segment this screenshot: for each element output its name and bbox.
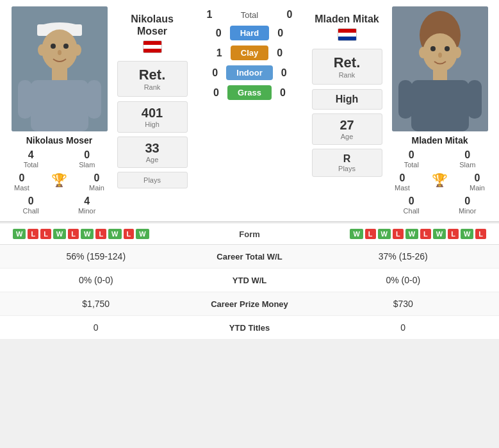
form-label: Form (218, 229, 282, 239)
right-total-val: 0 (409, 149, 414, 161)
stat-left-value: 0% (0-0) (13, 275, 179, 285)
svg-point-18 (430, 46, 436, 51)
stat-center-label: YTD Titles (179, 323, 320, 333)
right-main-stat: 0 Main (470, 172, 485, 192)
stat-center-label: Career Total W/L (179, 252, 320, 261)
left-stats-row3: 0 Chall 4 Minor (3, 195, 115, 215)
left-chall-stat: 0 Chall (23, 195, 39, 215)
form-badge-right: L (448, 229, 459, 239)
grass-left-score: 0 (205, 87, 227, 99)
stats-row: 0YTD Titles0 (0, 316, 499, 340)
left-minor-stat: 4 Minor (78, 195, 96, 215)
form-badge-right: L (475, 229, 486, 239)
left-mast-val: 0 (19, 172, 25, 184)
left-flag (143, 40, 162, 55)
form-badge-left: W (81, 229, 94, 239)
left-chall-val: 0 (28, 195, 34, 207)
right-plays-value: R (319, 153, 375, 165)
left-stats-row2: 0 Mast 🏆 0 Main (3, 172, 115, 192)
left-player-name-top: Nikolaus Moser (115, 13, 189, 37)
main-container: Nikolaus Moser 4 Total 0 Slam 0 Mast � (0, 0, 499, 340)
indoor-right-score: 0 (273, 67, 295, 79)
right-stats-row1: 0 Total 0 Slam (384, 149, 496, 169)
right-rank-box: Ret. Rank (312, 49, 382, 85)
right-player-panel: Mladen Mitak 0 Total 0 Slam 0 Mast 🏆 (384, 6, 496, 215)
left-trophy: 🏆 (51, 172, 67, 192)
right-high-value: High (319, 94, 375, 105)
form-badge-left: W (108, 229, 121, 239)
right-player-name: Mladen Mitak (412, 135, 468, 145)
svg-point-20 (438, 53, 442, 58)
stat-right-value: 0 (320, 322, 487, 333)
right-main-val: 0 (475, 172, 480, 184)
austria-flag-icon (143, 40, 162, 53)
center-comparison-panel: 1 Total 0 0 Hard 0 1 Clay 0 0 Indoor 0 (189, 6, 310, 215)
hard-left-score: 0 (208, 28, 230, 39)
players-section: Nikolaus Moser 4 Total 0 Slam 0 Mast � (0, 0, 499, 222)
stats-row: 56% (159-124)Career Total W/L37% (15-26) (0, 245, 499, 269)
left-minor-lbl: Minor (78, 207, 96, 215)
left-total-val: 4 (28, 149, 34, 161)
grass-right-score: 0 (272, 87, 294, 99)
right-chall-val: 0 (409, 195, 414, 207)
left-high-label: High (124, 120, 181, 128)
right-total-stat: 0 Total (404, 149, 419, 169)
stat-left-value: 56% (159-124) (13, 251, 179, 261)
indoor-row: 0 Indoor 0 (192, 65, 307, 80)
form-badge-right: W (405, 229, 418, 239)
form-badge-right: W (433, 229, 446, 239)
right-slam-lbl: Slam (459, 161, 475, 169)
stat-left-value: $1,750 (13, 299, 179, 309)
left-main-val: 0 (94, 172, 100, 184)
stat-left-value: 0 (13, 322, 179, 333)
right-flag (338, 28, 357, 43)
right-form-badges: WLWLWLWLWL (282, 229, 493, 239)
right-trophy: 🏆 (432, 172, 448, 192)
right-age-value: 27 (319, 118, 375, 133)
stat-right-value: 37% (15-26) (320, 251, 487, 261)
left-total-lbl: Total (24, 161, 38, 169)
left-slam-stat: 0 Slam (79, 149, 95, 169)
svg-point-6 (51, 44, 56, 49)
svg-rect-9 (52, 68, 67, 81)
stats-table: 56% (159-124)Career Total W/L37% (15-26)… (0, 245, 499, 340)
svg-point-19 (445, 46, 450, 51)
right-rank-label: Rank (322, 71, 372, 79)
right-total-lbl: Total (404, 161, 419, 169)
form-badge-right: W (461, 229, 473, 239)
croatia-flag-icon (338, 28, 357, 41)
left-mast-lbl: Mast (14, 184, 29, 192)
left-rank-value: Ret. (127, 67, 177, 83)
left-main-stat: 0 Main (89, 172, 104, 192)
right-age-label: Age (319, 133, 375, 140)
left-age-box: 33 Age (117, 137, 188, 168)
form-badge-left: W (53, 229, 66, 239)
left-high-value: 401 (124, 106, 181, 120)
total-row: 1 Total 0 (192, 9, 307, 21)
form-badge-left: L (124, 229, 135, 239)
svg-rect-23 (398, 80, 413, 119)
right-player-photo (392, 6, 488, 131)
right-minor-stat: 0 Minor (459, 195, 477, 215)
svg-rect-22 (411, 80, 469, 131)
clay-left-score: 1 (208, 47, 231, 59)
form-badge-right: L (393, 229, 404, 239)
total-label: Total (221, 10, 279, 20)
left-age-value: 33 (124, 141, 181, 156)
trophy-icon-left: 🏆 (51, 172, 67, 188)
trophy-icon-right: 🏆 (432, 172, 448, 188)
right-slam-stat: 0 Slam (459, 149, 475, 169)
grass-badge: Grass (227, 85, 272, 100)
right-stats-row2: 0 Mast 🏆 0 Main (384, 172, 496, 192)
svg-point-7 (63, 44, 69, 49)
right-rank-value: Ret. (322, 54, 372, 71)
left-main-lbl: Main (89, 184, 104, 192)
left-form-badges: WLLWLWLWLW (6, 229, 218, 239)
right-plays-box: R Plays (312, 149, 382, 177)
right-slam-val: 0 (464, 149, 470, 161)
svg-point-5 (74, 44, 81, 56)
grass-row: 0 Grass 0 (192, 85, 307, 100)
right-middle-box: Mladen Mitak Ret. Rank High 27 Age R Pla… (310, 6, 384, 215)
right-main-lbl: Main (470, 184, 485, 192)
left-middle-box: Nikolaus Moser Ret. Rank 401 High 33 Age… (115, 6, 189, 215)
